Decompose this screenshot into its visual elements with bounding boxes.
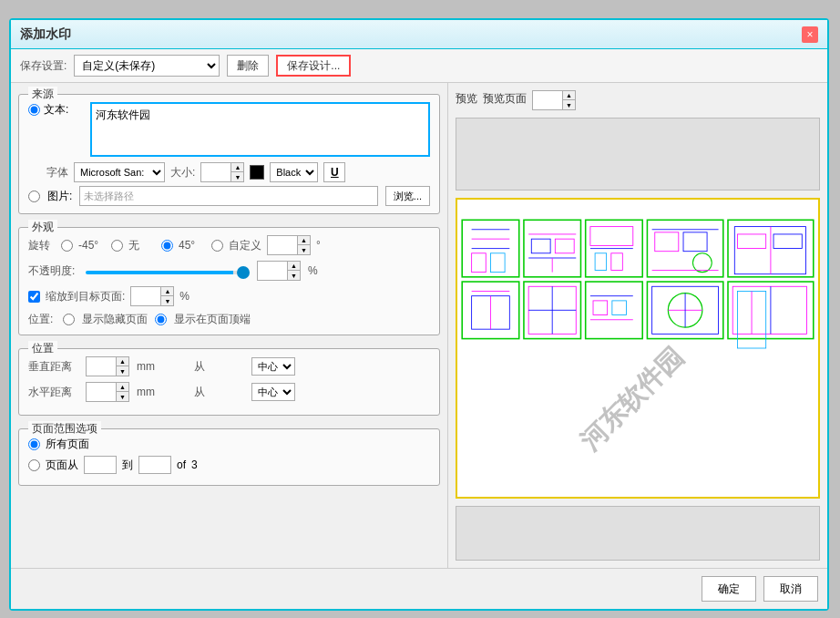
- main-content: 来源 文本: 河东软件园 字体 Microsoft San: 大小:: [11, 83, 827, 568]
- settings-select[interactable]: 自定义(未保存): [74, 55, 220, 77]
- preview-page-input-wrapper: 1 ▲ ▼: [532, 90, 576, 110]
- preview-page-spinners: ▲ ▼: [562, 91, 575, 109]
- browse-button[interactable]: 浏览...: [385, 186, 430, 206]
- size-input-wrapper: ▲ ▼: [200, 162, 244, 182]
- save-design-button[interactable]: 保存设计...: [276, 55, 351, 77]
- cad-preview: 河东软件园: [457, 200, 818, 497]
- vertical-from-label: 从: [194, 359, 244, 375]
- all-pages-label: 所有页面: [46, 437, 89, 452]
- scale-row: 缩放到目标页面: 50 ▲ ▼ %: [28, 286, 430, 306]
- rotate-custom-radio[interactable]: [211, 240, 223, 252]
- vertical-input-wrapper: 0 ▲ ▼: [86, 356, 129, 376]
- rotate-neg45-radio[interactable]: [61, 240, 73, 252]
- close-button[interactable]: ×: [802, 26, 818, 43]
- all-pages-radio[interactable]: [28, 438, 40, 450]
- horizontal-input[interactable]: 0: [87, 383, 116, 401]
- page-from-row: 页面从 1 到 3 of 3: [28, 456, 430, 474]
- size-label: 大小:: [170, 165, 195, 180]
- page-to-input[interactable]: 3: [138, 456, 171, 474]
- font-select[interactable]: Microsoft San:: [74, 162, 165, 182]
- rotate-label: 旋转: [28, 238, 56, 253]
- rotate-custom-label: 自定义: [229, 238, 261, 253]
- size-up-button[interactable]: ▲: [230, 163, 243, 172]
- preview-page-input[interactable]: 1: [533, 91, 562, 109]
- size-spinners: ▲ ▼: [230, 163, 243, 181]
- opacity-slider[interactable]: [86, 271, 250, 274]
- horizontal-dist-row: 水平距离 0 ▲ ▼ mm 从 中心 左侧 右侧: [28, 382, 430, 402]
- vertical-down-button[interactable]: ▼: [116, 366, 128, 376]
- vertical-spinners: ▲ ▼: [116, 357, 128, 376]
- scale-up-button[interactable]: ▲: [160, 287, 173, 296]
- rotate-pos45-radio[interactable]: [161, 240, 173, 252]
- page-from-radio[interactable]: [28, 459, 40, 471]
- color-swatch: [250, 165, 264, 180]
- preview-page-down-button[interactable]: ▼: [562, 100, 575, 109]
- rotate-up-button[interactable]: ▲: [297, 236, 310, 245]
- preview-top-area: [456, 118, 820, 191]
- dialog-title: 添加水印: [20, 26, 71, 43]
- scale-label: 缩放到目标页面:: [46, 289, 125, 304]
- horizontal-down-button[interactable]: ▼: [116, 392, 128, 401]
- all-pages-row: 所有页面: [28, 437, 430, 452]
- vertical-dist-row: 垂直距离 0 ▲ ▼ mm 从 中心 顶部 底部: [28, 356, 430, 376]
- left-panel: 来源 文本: 河东软件园 字体 Microsoft San: 大小:: [11, 83, 448, 568]
- vertical-label: 垂直距离: [28, 359, 78, 375]
- rotate-down-button[interactable]: ▼: [297, 245, 310, 254]
- preview-page-up-button[interactable]: ▲: [562, 91, 575, 100]
- show-hidden-radio[interactable]: [63, 314, 75, 325]
- show-hidden-label: 显示隐藏页面: [82, 312, 148, 327]
- vertical-from-select[interactable]: 中心 顶部 底部: [251, 357, 295, 376]
- opacity-slider-container: [86, 264, 250, 277]
- size-input[interactable]: [201, 163, 230, 181]
- opacity-input[interactable]: 100: [258, 262, 287, 280]
- image-radio[interactable]: [28, 191, 40, 202]
- rotate-custom-input[interactable]: 45: [268, 236, 297, 254]
- opacity-down-button[interactable]: ▼: [287, 271, 300, 280]
- page-to-label: 到: [122, 458, 133, 473]
- vertical-unit: mm: [137, 360, 187, 373]
- position-radio-row: 位置: 显示隐藏页面 显示在页面顶端: [28, 312, 430, 327]
- position-section: 位置 垂直距离 0 ▲ ▼ mm 从 中心 顶部: [18, 348, 440, 416]
- opacity-row: 不透明度: 100 ▲ ▼ %: [28, 261, 430, 281]
- size-down-button[interactable]: ▼: [230, 172, 243, 181]
- cancel-button[interactable]: 取消: [763, 576, 818, 602]
- text-label: 文本:: [44, 102, 68, 118]
- scale-unit: %: [179, 290, 190, 303]
- position-label: 位置:: [28, 312, 56, 327]
- source-section: 来源 文本: 河东软件园 字体 Microsoft San: 大小:: [18, 94, 440, 214]
- preview-bottom-area: [456, 506, 820, 561]
- position-section-title: 位置: [28, 341, 57, 356]
- scale-input[interactable]: 50: [131, 287, 160, 305]
- underline-button[interactable]: U: [323, 162, 345, 182]
- cad-svg: 河东软件园: [457, 200, 818, 497]
- bottom-bar: 确定 取消: [11, 568, 827, 609]
- horizontal-from-label: 从: [194, 385, 244, 400]
- scale-down-button[interactable]: ▼: [160, 296, 173, 305]
- show-top-label: 显示在页面顶端: [174, 312, 251, 327]
- preview-section-title: 预览: [456, 91, 477, 107]
- rotate-none-radio[interactable]: [111, 240, 123, 252]
- rotate-unit: °: [316, 239, 343, 252]
- horizontal-input-wrapper: 0 ▲ ▼: [86, 382, 129, 402]
- page-from-input[interactable]: 1: [84, 456, 117, 474]
- horizontal-up-button[interactable]: ▲: [116, 383, 128, 392]
- opacity-input-wrapper: 100 ▲ ▼: [257, 261, 301, 281]
- delete-button[interactable]: 删除: [227, 55, 269, 77]
- opacity-unit: %: [308, 264, 358, 277]
- scale-checkbox[interactable]: [28, 291, 40, 303]
- ok-button[interactable]: 确定: [702, 576, 756, 602]
- opacity-up-button[interactable]: ▲: [287, 262, 300, 271]
- image-path-input[interactable]: [79, 186, 377, 206]
- show-top-radio[interactable]: [155, 314, 167, 325]
- scale-input-wrapper: 50 ▲ ▼: [130, 286, 174, 306]
- text-input[interactable]: 河东软件园: [90, 102, 430, 157]
- vertical-input[interactable]: 0: [87, 357, 116, 376]
- rotate-row: 旋转 -45° 无 45° 自定义 45 ▲ ▼: [28, 235, 430, 255]
- vertical-up-button[interactable]: ▲: [116, 357, 128, 366]
- text-radio[interactable]: [28, 104, 40, 116]
- color-select[interactable]: Black: [270, 162, 318, 182]
- horizontal-from-select[interactable]: 中心 左侧 右侧: [251, 383, 295, 401]
- title-bar: 添加水印 ×: [11, 20, 827, 49]
- image-label: 图片:: [47, 189, 72, 204]
- page-from-label: 页面从: [46, 458, 78, 473]
